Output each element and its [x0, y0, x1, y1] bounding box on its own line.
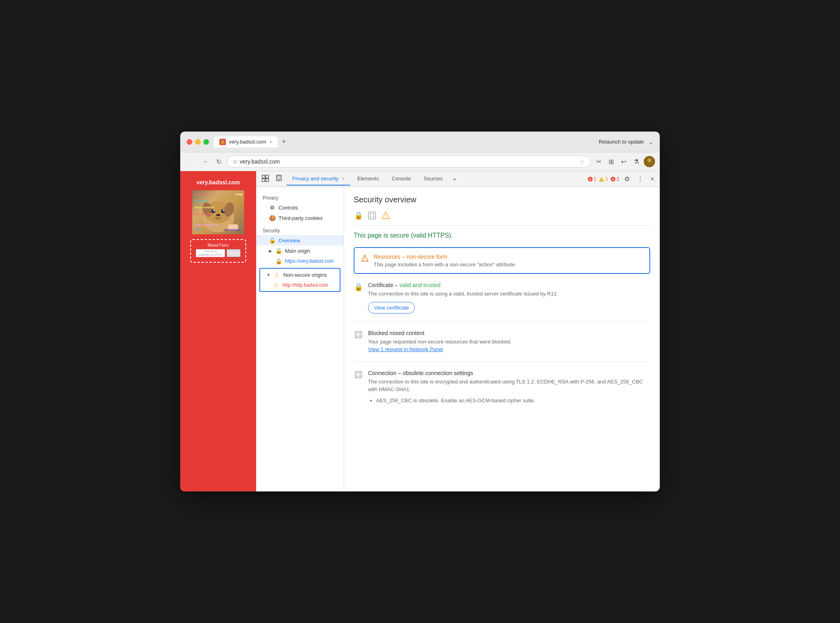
mixed-content-description: Your page requested non-secure resources… — [368, 338, 650, 353]
svg-text:!: ! — [364, 257, 366, 261]
cookies-label: Third-party cookies — [279, 215, 323, 221]
cookies-icon: 🍪 — [269, 215, 275, 221]
sidebar-item-http-url[interactable]: ⚠ http://http.badssl.com — [260, 280, 340, 290]
devtools-more-menu-button[interactable]: ⋮ — [635, 174, 646, 184]
http-url: http://http.badssl.com — [283, 282, 328, 288]
tab-bar: 🔒 very.badssl.com × + — [214, 136, 289, 148]
alert-warning-icon: ! — [361, 254, 369, 264]
sidebar-item-controls[interactable]: ⚙ Controls — [256, 202, 344, 213]
inspect-element-button[interactable] — [259, 173, 271, 185]
tab-sources[interactable]: Sources — [418, 172, 448, 186]
mixed-form-section: Mixed Form This form submits to HTTP Sub… — [190, 239, 246, 265]
view-certificate-button[interactable]: View certificate — [368, 302, 415, 313]
security-icons-row: 🔒 ! — [354, 211, 650, 220]
share-icon[interactable]: ↩ — [619, 156, 629, 167]
sidebar-item-https-url[interactable]: 🔒 https://very.badssl.com — [256, 256, 344, 266]
privacy-section-label: Privacy — [256, 194, 344, 202]
minimize-traffic-light[interactable] — [195, 139, 201, 145]
main-origin-arrow: ▶ — [269, 249, 272, 253]
svg-rect-31 — [355, 331, 362, 338]
non-secure-arrow: ▼ — [267, 273, 271, 277]
doge-text-8: not transpar... — [224, 228, 242, 231]
tab-close-button[interactable]: × — [269, 139, 272, 145]
tab-privacy-security[interactable]: Privacy and security × — [287, 172, 350, 186]
mixed-content-content: Blocked mixed content Your page requeste… — [368, 330, 650, 353]
connection-bullet-1: AES_256_CBC is obsolete. Enable an AES-G… — [376, 397, 650, 405]
error-badge: ✕ 1 — [587, 176, 597, 182]
devtools-body: Privacy ⚙ Controls 🍪 Third-party cookies… — [256, 187, 660, 491]
main-origin-label: Main origin — [285, 248, 311, 254]
back-button[interactable]: ← — [185, 156, 196, 167]
certificate-content: Certificate – valid and trusted The conn… — [368, 282, 650, 313]
mixed-content-title: Blocked mixed content — [368, 330, 650, 336]
overview-lock-icon: 🔒 — [269, 237, 275, 244]
traffic-lights — [187, 139, 209, 145]
reload-button[interactable]: ↻ — [214, 156, 224, 167]
svg-point-19 — [279, 180, 279, 180]
doge-text-3: very bad — [194, 199, 207, 203]
certificate-title: Certificate – valid and trusted — [368, 282, 650, 288]
form-submit: Submit — [227, 249, 241, 257]
svg-text:✕: ✕ — [611, 178, 615, 182]
devtools-sidebar: Privacy ⚙ Controls 🍪 Third-party cookies… — [256, 187, 344, 491]
svg-rect-16 — [266, 179, 269, 182]
page-preview: very.badssl.com — [180, 171, 256, 491]
more-tabs-button[interactable]: » — [450, 174, 459, 184]
alert-description: This page includes a form with a non-sec… — [374, 262, 643, 268]
relaunch-update-button[interactable]: Relaunch to update — [595, 137, 647, 146]
security-indicator-icon: ⊙ — [233, 159, 237, 165]
svg-rect-26 — [368, 212, 376, 219]
sidebar-item-overview[interactable]: 🔒 Overview — [256, 235, 344, 246]
devtools-toolbar: Privacy and security × Elements Console … — [256, 171, 660, 187]
close-traffic-light[interactable] — [187, 139, 192, 145]
page-domain-label: very.badssl.com — [197, 179, 240, 186]
tab-favicon: 🔒 — [219, 139, 226, 145]
security-section-label: Security — [256, 226, 344, 235]
controls-icon: ⚙ — [269, 204, 275, 211]
svg-rect-13 — [262, 175, 265, 178]
doge-image: shaaad-1 omg very bad mixd content cbc p… — [192, 190, 244, 234]
svg-point-1 — [647, 158, 651, 162]
tab-close-privacy[interactable]: × — [342, 176, 344, 182]
devtools-settings-button[interactable]: ⚙ — [622, 174, 632, 184]
mixed-form-label: Mixed Form This form submits to HTTP Sub… — [190, 239, 246, 263]
sidebar-item-non-secure-origins[interactable]: ▼ ⚠ Non-secure origins — [260, 270, 340, 280]
svg-point-8 — [221, 209, 225, 213]
sidebar-item-main-origin[interactable]: ▶ 🔒 Main origin — [256, 246, 344, 256]
alert-content: Resources – non-secure form This page in… — [374, 254, 643, 268]
svg-point-2 — [646, 163, 653, 167]
sidebar-item-cookies[interactable]: 🍪 Third-party cookies — [256, 213, 344, 223]
fullscreen-traffic-light[interactable] — [203, 139, 209, 145]
svg-point-11 — [216, 214, 220, 216]
overview-label: Overview — [279, 238, 300, 244]
bookmark-star-icon[interactable]: ☆ — [579, 158, 585, 165]
secure-page-message: This page is secure (valid HTTPS). — [354, 232, 650, 239]
doge-text-4: mixd content — [194, 206, 214, 209]
device-mode-button[interactable] — [273, 173, 285, 185]
doge-text-5: cbc poodle? — [194, 212, 213, 216]
doge-text-7: wow — [194, 228, 201, 231]
scissors-icon[interactable]: ✂ — [594, 156, 604, 167]
http-url-warning-icon: ⚠ — [273, 282, 279, 288]
new-tab-button[interactable]: + — [279, 138, 289, 146]
doge-text-2: omg — [235, 192, 242, 196]
tab-elements[interactable]: Elements — [352, 172, 384, 186]
non-secure-origins-label: Non-secure origins — [283, 272, 327, 278]
devtools-errors: ✕ 1 ! 3 ✕ 2 ⚙ ⋮ × — [587, 174, 657, 184]
non-secure-warning-icon: ⚠ — [274, 272, 280, 278]
view-request-network-link[interactable]: View 1 request in Network Panel — [368, 346, 443, 352]
tab-console[interactable]: Console — [386, 172, 416, 186]
devtools-close-button[interactable]: × — [648, 174, 657, 184]
extensions-icon[interactable]: ⊞ — [606, 156, 616, 167]
address-bar[interactable]: ⊙ very.badssl.com ☆ — [227, 156, 591, 168]
forward-button[interactable]: → — [199, 156, 211, 167]
nav-bar: ← → ↻ ⊙ very.badssl.com ☆ ✂ ⊞ ↩ ⚗ — [180, 152, 660, 171]
profile-avatar[interactable] — [644, 156, 655, 167]
doge-text-1: shaaad-1 — [194, 192, 208, 196]
warning-badge: ! 3 — [599, 176, 608, 182]
connection-row: Connection – obsolete connection setting… — [354, 370, 650, 414]
active-tab[interactable]: 🔒 very.badssl.com × — [214, 136, 278, 148]
non-secure-form-alert: ! Resources – non-secure form This page … — [354, 247, 650, 274]
flask-icon[interactable]: ⚗ — [631, 156, 641, 167]
connection-description: The connection to this site is encrypted… — [368, 378, 650, 405]
